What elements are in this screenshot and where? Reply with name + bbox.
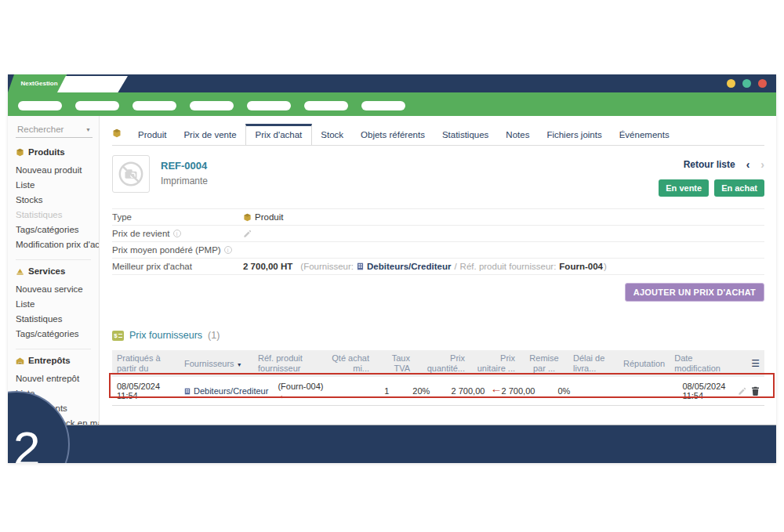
chevron-left-icon[interactable]: ‹ xyxy=(746,158,750,171)
cell-qty-min: 1 xyxy=(342,382,394,400)
delete-trash-icon[interactable] xyxy=(751,386,760,396)
cell-reputation xyxy=(638,386,677,396)
tab-stock[interactable]: Stock xyxy=(312,130,352,145)
search-value: Rechercher xyxy=(17,125,64,134)
step-number: 2 xyxy=(13,421,40,463)
supplier-prices-table: Pratiqués à partir du Fournisseurs ▼ Réf… xyxy=(112,350,764,406)
sidebar-item-tags-produits[interactable]: Tags/catégories xyxy=(16,222,99,237)
product-tabs: Produit Prix de vente Prix d'achat Stock… xyxy=(112,123,764,146)
pmp-label: Prix moyen pondéré (PMP) xyxy=(112,245,221,255)
best-price-supplier-link[interactable]: Debiteurs/Crediteur xyxy=(367,262,451,271)
search-select[interactable]: Rechercher ▼ xyxy=(16,123,93,138)
sidebar-item-modification-prix-achat[interactable]: Modification prix d'achat ... xyxy=(16,237,99,252)
sidebar-item-liste-services[interactable]: Liste xyxy=(16,296,99,311)
table-header-row: Pratiqués à partir du Fournisseurs ▼ Réf… xyxy=(112,350,764,377)
sidebar-item-statistiques-services[interactable]: Statistiques xyxy=(16,311,99,326)
sidebar-section-services: Services Nouveau service Liste Statistiq… xyxy=(8,266,99,344)
cell-supplier-ref: (Fourn-004) ← xyxy=(273,377,342,405)
main-content: Produit Prix de vente Prix d'achat Stock… xyxy=(100,116,776,425)
nav-pill[interactable] xyxy=(361,101,405,110)
back-to-list-link[interactable]: Retour liste xyxy=(684,159,735,170)
tab-objets-referents[interactable]: Objets référents xyxy=(352,130,434,145)
tab-statistiques[interactable]: Statistiques xyxy=(434,130,497,145)
type-label: Type xyxy=(112,212,132,222)
nav-pill[interactable] xyxy=(190,101,234,110)
col-remise-par[interactable]: Remise par ... xyxy=(520,350,568,377)
window-controls xyxy=(727,79,767,88)
tab-fichiers-joints[interactable]: Fichiers joints xyxy=(538,130,610,145)
cell-vat: 20% xyxy=(394,382,434,400)
col-reputation[interactable]: Réputation xyxy=(619,356,670,372)
product-header: REF-0004 Imprimante Retour liste ‹ › En … xyxy=(112,155,764,197)
box-icon xyxy=(243,213,252,222)
add-purchase-price-button[interactable]: AJOUTER UN PRIX D'ACHAT xyxy=(625,283,764,302)
info-icon: i xyxy=(173,230,181,237)
tab-prix-de-vente[interactable]: Prix de vente xyxy=(175,130,245,145)
field-prix-de-revient: Prix de revient i xyxy=(112,225,764,241)
window-dot-green[interactable] xyxy=(742,79,751,88)
product-fields: Type Produit Prix de revient i xyxy=(112,208,764,275)
tab-notes[interactable]: Notes xyxy=(497,130,538,145)
brand-slash-decoration xyxy=(57,76,128,92)
app-window: NextGestion Rechercher xyxy=(8,74,776,463)
type-value: Produit xyxy=(255,212,283,222)
divider xyxy=(16,259,91,260)
cell-date-modified: 08/05/2024 11:54 xyxy=(677,377,733,405)
window-dot-yellow[interactable] xyxy=(727,79,735,88)
sidebar-section-produits: Produits Nouveau produit Liste Stocks St… xyxy=(8,147,99,255)
product-photo-placeholder xyxy=(112,155,150,193)
field-pmp: Prix moyen pondéré (PMP) i xyxy=(112,241,764,258)
list-fields-icon[interactable]: ☰ xyxy=(751,358,760,369)
col-taux-tva[interactable]: Taux TVA xyxy=(374,350,415,377)
window-dot-red[interactable] xyxy=(758,79,767,88)
sidebar-item-nouvel-entrepot[interactable]: Nouvel entrepôt xyxy=(16,371,99,385)
tab-prix-achat[interactable]: Prix d'achat xyxy=(245,124,313,145)
cost-label: Prix de revient xyxy=(112,229,170,238)
best-price-label: Meilleur prix d'achat xyxy=(112,262,192,271)
cell-supplier-link[interactable]: Debiteurs/Crediteur xyxy=(184,386,268,396)
edit-pencil-icon[interactable] xyxy=(738,387,746,396)
company-icon xyxy=(184,388,191,395)
nav-pill[interactable] xyxy=(247,101,291,110)
col-fournisseurs[interactable]: Fournisseurs ▼ xyxy=(180,356,253,372)
nav-pill[interactable] xyxy=(132,101,176,110)
supplier-prices-header: $ Prix fournisseurs (1) xyxy=(112,330,764,341)
sidebar-item-nouveau-service[interactable]: Nouveau service xyxy=(16,281,99,296)
sidebar-item-stocks[interactable]: Stocks xyxy=(16,192,99,207)
col-prix-quantite[interactable]: Prix quantité... xyxy=(415,350,470,377)
col-delai-livraison[interactable]: Délai de livra... xyxy=(568,350,619,377)
sidebar-item-liste-produits[interactable]: Liste xyxy=(16,177,99,192)
product-name: Imprimante xyxy=(161,176,208,186)
en-achat-button[interactable]: En achat xyxy=(714,179,764,197)
col-ref-produit-fournisseur[interactable]: Réf. produit fournisseur xyxy=(253,350,322,377)
sidebar-title-produits: Produits xyxy=(16,147,99,157)
chevron-down-icon: ▼ xyxy=(85,127,91,132)
field-type: Type Produit xyxy=(112,208,764,225)
supplier-prices-title: Prix fournisseurs xyxy=(129,330,202,341)
edit-pencil-icon[interactable] xyxy=(243,230,252,238)
bell-icon xyxy=(16,267,24,276)
col-prix-unitaire[interactable]: Prix unitaire ... xyxy=(470,350,520,377)
sidebar-item-tags-services[interactable]: Tags/catégories xyxy=(16,326,99,341)
cell-delivery-delay xyxy=(588,386,638,396)
tab-evenements[interactable]: Événements xyxy=(611,130,678,145)
en-vente-button[interactable]: En vente xyxy=(659,179,709,197)
nav-pill[interactable] xyxy=(304,101,348,110)
top-bar: NextGestion xyxy=(8,74,776,92)
footer-bar xyxy=(8,425,776,463)
chevron-right-icon: › xyxy=(760,158,764,171)
main-nav-bar xyxy=(8,92,776,116)
warehouse-icon xyxy=(16,356,24,365)
col-qte-achat-min[interactable]: Qté achat mi... xyxy=(322,350,374,377)
nav-pill[interactable] xyxy=(75,101,119,110)
product-ref: REF-0004 xyxy=(161,160,208,172)
box-icon xyxy=(16,148,24,157)
nav-pill[interactable] xyxy=(18,101,62,110)
no-photo-icon xyxy=(115,158,147,190)
tab-produit[interactable]: Produit xyxy=(129,130,175,145)
col-date-modification[interactable]: Date modification xyxy=(670,350,738,377)
table-row[interactable]: 08/05/2024 11:54 Debiteurs/Crediteur (Fo… xyxy=(112,377,764,406)
sidebar-item-nouveau-produit[interactable]: Nouveau produit xyxy=(16,162,99,177)
sidebar: Rechercher ▼ Produits Nouveau produit Li… xyxy=(8,116,100,425)
col-pratiques-a-partir-du[interactable]: Pratiqués à partir du xyxy=(112,350,180,377)
